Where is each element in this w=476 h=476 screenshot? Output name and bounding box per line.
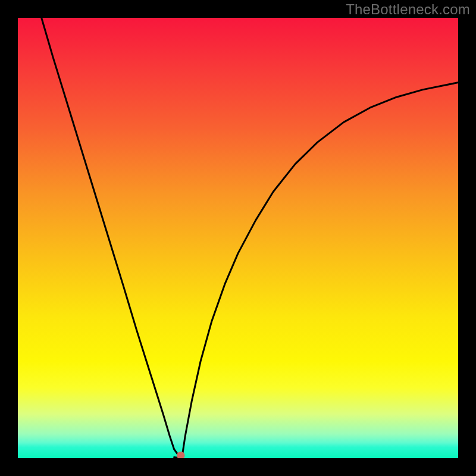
chart-frame: TheBottleneck.com	[0, 0, 476, 476]
plot-area	[18, 18, 458, 458]
chart-svg	[18, 18, 458, 458]
watermark-text: TheBottleneck.com	[346, 1, 470, 18]
gradient-background	[18, 18, 458, 458]
